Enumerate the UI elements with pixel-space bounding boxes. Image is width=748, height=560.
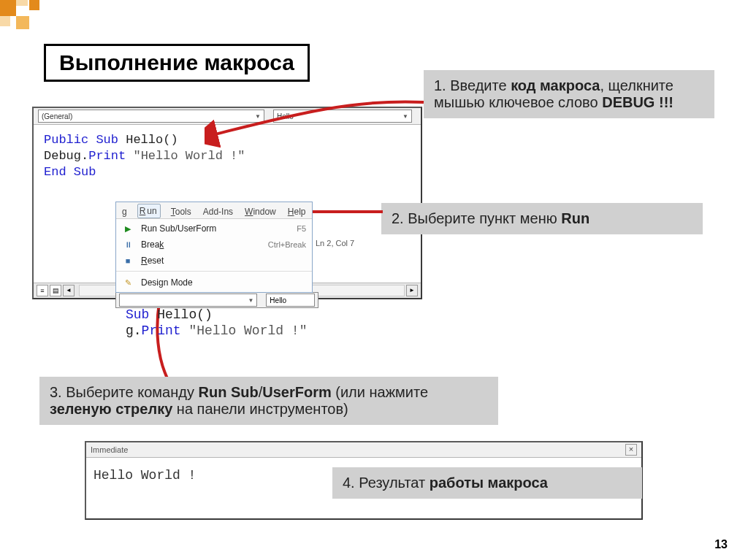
decor-square xyxy=(16,16,29,29)
chevron-down-icon: ▼ xyxy=(402,113,408,120)
view-full-module-btn[interactable]: ≡ xyxy=(37,285,48,296)
menu-shortcut: F5 xyxy=(297,224,306,233)
decor-square xyxy=(0,0,16,16)
code-window-topbar-2: ▼ Hello xyxy=(115,292,318,308)
view-procedure-btn[interactable]: ▤ xyxy=(50,285,61,296)
stop-icon: ■ xyxy=(122,255,134,266)
menu-label: Design Mode xyxy=(141,277,299,288)
decor-square xyxy=(16,0,28,6)
menu-item-window[interactable]: Window xyxy=(243,205,278,218)
code-line: End Sub xyxy=(44,164,411,180)
menu-item-tools[interactable]: Tools xyxy=(169,205,193,218)
immediate-titlebar: Immediate × xyxy=(86,442,641,458)
code-editor-2: Sub Hello() g.Print "Hello World !" xyxy=(126,307,307,339)
chevron-down-icon: ▼ xyxy=(255,113,261,120)
menu-separator xyxy=(116,271,312,272)
procedure-dropdown[interactable]: Hello ▼ xyxy=(273,110,412,123)
menu-label: Break xyxy=(141,239,261,250)
callout-step4: 4. Результат работы макроса xyxy=(332,467,642,499)
pause-icon: ⏸ xyxy=(122,239,134,250)
vbe-menubar: g Run Tools Add-Ins Window Help xyxy=(116,202,312,219)
menu-item-g[interactable]: g xyxy=(121,205,129,218)
code-line: Public Sub Hello() xyxy=(44,132,411,148)
object-dropdown[interactable]: ▼ xyxy=(119,294,257,307)
callout-step1: 1. Введите код макроса, щелкните мышью к… xyxy=(424,70,714,118)
callout-step3: 3. Выберите команду Run Sub/UserForm (ил… xyxy=(39,377,498,425)
menu-shortcut: Ctrl+Break xyxy=(268,240,306,249)
slide-title: Выполнение макроса xyxy=(44,44,310,82)
page-number: 13 xyxy=(714,538,728,551)
chevron-down-icon: ▼ xyxy=(248,297,253,304)
scroll-right-arrow-icon[interactable]: ► xyxy=(406,285,418,296)
menu-item-run[interactable]: Run xyxy=(137,204,161,218)
object-dropdown-value: (General) xyxy=(42,112,72,120)
close-icon[interactable]: × xyxy=(625,444,637,456)
decor-square xyxy=(0,16,10,26)
run-menu-dropdown: g Run Tools Add-Ins Window Help ▶ Run Su… xyxy=(115,202,313,293)
callout-step2: 2. Выберите пункт меню Run xyxy=(381,203,703,234)
immediate-title-text: Immediate xyxy=(91,445,128,454)
code-editor[interactable]: Public Sub Hello() Debug.Print "Hello Wo… xyxy=(34,125,421,188)
code-line: g.Print "Hello World !" xyxy=(126,323,307,339)
decor-square xyxy=(29,0,39,10)
menu-label: Reset xyxy=(141,256,299,266)
code-line: Sub Hello() xyxy=(126,307,307,323)
scroll-left-arrow-icon[interactable]: ◄ xyxy=(63,285,75,296)
menu-break[interactable]: ⏸ Break Ctrl+Break xyxy=(116,237,312,253)
design-icon: ✎ xyxy=(122,277,134,288)
menu-reset[interactable]: ■ Reset xyxy=(116,253,312,269)
procedure-dropdown-value: Hello xyxy=(277,112,294,120)
code-window-topbar: (General) ▼ Hello ▼ xyxy=(34,108,421,125)
menu-item-help[interactable]: Help xyxy=(286,205,308,218)
play-icon: ▶ xyxy=(122,223,134,234)
code-line: Debug.Print "Hello World !" xyxy=(44,148,411,164)
menu-label: Run Sub/UserForm xyxy=(141,223,289,234)
menu-run-sub-userform[interactable]: ▶ Run Sub/UserForm F5 xyxy=(116,220,312,237)
run-menu-items: ▶ Run Sub/UserForm F5 ⏸ Break Ctrl+Break… xyxy=(116,219,312,292)
status-line-col: Ln 2, Col 7 xyxy=(316,239,354,248)
object-dropdown[interactable]: (General) ▼ xyxy=(38,110,264,123)
menu-item-addins[interactable]: Add-Ins xyxy=(202,205,234,218)
menu-design-mode[interactable]: ✎ Design Mode xyxy=(116,275,312,291)
procedure-dropdown[interactable]: Hello xyxy=(266,294,315,307)
